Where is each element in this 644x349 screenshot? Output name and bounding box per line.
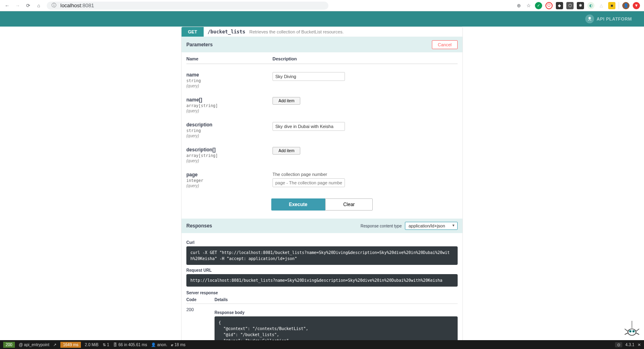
search-icon[interactable]: ⊕: [516, 2, 522, 9]
status-bar[interactable]: 200 @ api_entrypoint ↗ 1649 ms 2.0 MiB ⇅…: [0, 340, 644, 349]
params-table-header: Name Description: [186, 56, 458, 64]
param-location: (query): [186, 134, 272, 138]
sb-memory[interactable]: 2.0 MiB: [85, 343, 99, 347]
ext-icon-2[interactable]: O: [545, 2, 553, 9]
param-name-col: name[]array[string](query): [186, 97, 272, 113]
sb-route[interactable]: @ api_entrypoint: [19, 343, 50, 347]
param-input[interactable]: [272, 178, 345, 187]
content-type-select[interactable]: application/ld+json: [405, 222, 458, 230]
cancel-button[interactable]: Cancel: [432, 40, 458, 49]
ext-icon-1[interactable]: ✓: [535, 2, 542, 9]
sb-external-icon[interactable]: ↗: [53, 343, 56, 347]
reload-icon[interactable]: ⟳: [25, 2, 31, 9]
parameters-section: Name Description namestring(query)name[]…: [182, 52, 462, 219]
param-location: (query): [186, 84, 272, 88]
forward-icon[interactable]: →: [14, 2, 21, 9]
param-input-col: [272, 122, 458, 138]
svg-point-0: [588, 17, 591, 19]
clear-button[interactable]: Clear: [325, 198, 373, 211]
request-url-label: Request URL: [186, 268, 458, 273]
sb-time[interactable]: 1649 ms: [60, 342, 80, 348]
param-location: (query): [186, 159, 272, 163]
ext-icon-3[interactable]: ◆: [556, 2, 563, 9]
avatar-icon[interactable]: 👤: [622, 2, 630, 9]
operation-path: /bucket_lists: [204, 29, 250, 35]
back-icon[interactable]: ←: [4, 2, 10, 9]
sb-ajax[interactable]: ⇅ 1: [103, 343, 109, 347]
add-item-button[interactable]: Add item: [272, 97, 300, 105]
param-type: string: [186, 128, 272, 133]
param-row: name[]array[string](query)Add item: [186, 94, 458, 119]
sb-status-code[interactable]: 200: [3, 342, 15, 348]
responses-header: Responses Response content type applicat…: [182, 219, 462, 233]
url-bar[interactable]: ⓘ localhost:8081: [47, 2, 328, 10]
param-input-col: [272, 72, 458, 88]
sb-db[interactable]: 🗄 66 in 405.61 ms: [113, 343, 147, 347]
logo-badge-icon: [585, 14, 594, 23]
col-name: Name: [186, 56, 272, 61]
param-row: pageinteger(query)The collection page nu…: [186, 169, 458, 194]
details-col: Details: [215, 297, 228, 302]
sb-right: ⊙ 4.3.1 ✕: [615, 342, 641, 347]
param-input[interactable]: [272, 72, 345, 81]
param-name: name[]: [186, 97, 272, 103]
info-icon[interactable]: ⓘ: [51, 2, 57, 9]
star-icon[interactable]: ☆: [525, 2, 532, 9]
sb-version[interactable]: 4.3.1: [625, 343, 634, 347]
svg-point-2: [628, 329, 636, 335]
action-buttons: Execute Clear: [186, 198, 458, 211]
response-body-label: Response body: [215, 310, 458, 315]
operation-summary[interactable]: GET /bucket_lists Retrieves the collecti…: [182, 27, 462, 37]
response-table-header: Code Details: [186, 297, 458, 304]
nav-buttons: ← → ⟳ ⌂: [4, 2, 42, 9]
param-name: page: [186, 172, 272, 178]
main-container: GET /bucket_lists Retrieves the collecti…: [181, 27, 463, 349]
server-response-label: Server response: [186, 291, 458, 295]
param-input[interactable]: [272, 122, 345, 131]
param-name-col: description[]array[string](query): [186, 147, 272, 163]
ext-icon-9[interactable]: ▼: [633, 2, 640, 9]
api-logo[interactable]: API PLATFORM: [585, 14, 632, 23]
param-input-col: The collection page number: [272, 172, 458, 188]
param-row: namestring(query): [186, 69, 458, 94]
param-location: (query): [186, 184, 272, 188]
home-icon[interactable]: ⌂: [35, 2, 42, 9]
api-header: API PLATFORM: [0, 11, 644, 27]
request-url-block[interactable]: http://localhost:8081/bucket_lists?name=…: [186, 274, 458, 287]
param-type: string: [186, 78, 272, 83]
browser-chrome: ← → ⟳ ⌂ ⓘ localhost:8081 ⊕ ☆ ✓ O ◆ ⬡ ✱ ◐…: [0, 0, 644, 11]
param-type: array[string]: [186, 103, 272, 108]
add-item-button[interactable]: Add item: [272, 147, 300, 155]
toolbar-right: ⊕ ☆ ✓ O ◆ ⬡ ✱ ◐ △ ■ 👤 ▼: [516, 2, 640, 9]
spider-mascot-icon: [624, 321, 640, 341]
sb-render[interactable]: ⸙ 18 ms: [171, 343, 185, 347]
ext-icon-8[interactable]: ■: [608, 2, 615, 9]
ext-icon-7[interactable]: △: [598, 2, 605, 9]
curl-block[interactable]: curl -X GET "http://localhost:8081/bucke…: [186, 246, 458, 265]
param-name: name: [186, 72, 272, 78]
url-text: localhost:8081: [60, 2, 94, 8]
content-type-wrap: Response content type application/ld+jso…: [361, 222, 458, 230]
sb-user[interactable]: 👤 anon.: [151, 343, 167, 347]
param-type: array[string]: [186, 153, 272, 158]
param-name: description[]: [186, 147, 272, 153]
parameters-title: Parameters: [186, 42, 213, 47]
param-name-col: namestring(query): [186, 72, 272, 88]
operation-description: Retrieves the collection of BucketList r…: [250, 29, 344, 34]
param-name-col: pageinteger(query): [186, 172, 272, 188]
method-badge: GET: [182, 27, 204, 37]
param-type: integer: [186, 178, 272, 183]
param-input-col: Add item: [272, 97, 458, 113]
param-row: description[]array[string](query)Add ite…: [186, 144, 458, 169]
ext-icon-5[interactable]: ✱: [577, 2, 584, 9]
responses-title: Responses: [186, 223, 212, 229]
execute-button[interactable]: Execute: [271, 198, 325, 211]
sb-symfony-icon[interactable]: ⊙: [615, 342, 622, 347]
param-name: description: [186, 122, 272, 128]
ext-icon-6[interactable]: ◐: [587, 2, 594, 9]
svg-point-6: [633, 331, 634, 332]
ext-icon-4[interactable]: ⬡: [566, 2, 574, 9]
sb-close-icon[interactable]: ✕: [638, 343, 641, 347]
parameters-header: Parameters Cancel: [182, 37, 462, 52]
param-location: (query): [186, 109, 272, 113]
